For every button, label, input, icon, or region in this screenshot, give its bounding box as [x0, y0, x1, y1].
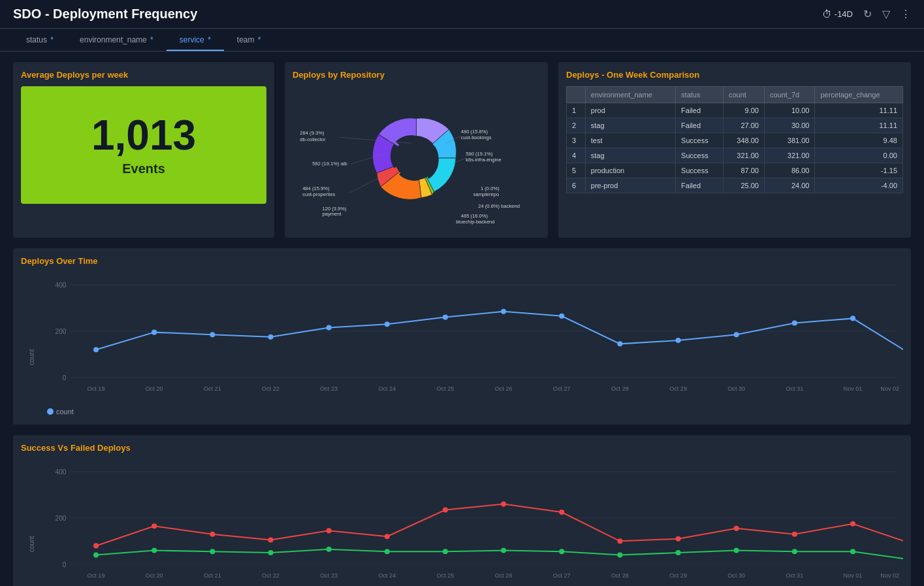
- svg-text:Oct 31: Oct 31: [786, 385, 803, 392]
- dot-point: [268, 334, 273, 340]
- svg-text:Oct 30: Oct 30: [727, 572, 745, 579]
- filter-tab-environment[interactable]: environment_name *: [67, 29, 167, 51]
- svg-text:Nov 02: Nov 02: [880, 385, 899, 392]
- row-count: 321.00: [723, 148, 764, 163]
- time-range-badge[interactable]: ⏱ -14D: [822, 8, 853, 20]
- svg-text:db-collector: db-collector: [300, 137, 326, 142]
- filter-icon[interactable]: ▽: [882, 8, 890, 20]
- row-env: pre-prod: [585, 178, 675, 193]
- success-dot: [93, 553, 99, 558]
- row-status: Failed: [676, 178, 724, 193]
- col-count[interactable]: count: [723, 87, 764, 103]
- header-actions: ⏱ -14D ↻ ▽ ⋮: [822, 8, 911, 20]
- failed-dot: [676, 536, 681, 542]
- refresh-icon[interactable]: ↻: [863, 8, 872, 20]
- dot-point: [734, 332, 739, 337]
- filter-tab-service[interactable]: service *: [167, 29, 224, 51]
- table-row: 2 stag Failed 27.00 30.00 11.11: [567, 118, 903, 133]
- row-num: 3: [567, 133, 586, 148]
- clock-icon: ⏱: [822, 8, 832, 20]
- deploys-over-time-line-chart: 400 200 0 Oct 19 Oct 20 Oct 21 Oct 22 Oc…: [43, 272, 903, 403]
- svg-text:400: 400: [56, 468, 67, 476]
- row-env: stag: [585, 118, 675, 133]
- svg-text:Oct 20: Oct 20: [146, 385, 163, 392]
- row-count: 27.00: [723, 118, 764, 133]
- row-status: Failed: [676, 103, 724, 118]
- col-change[interactable]: percetage_change: [815, 87, 903, 103]
- deploys-by-repo-title: Deploys by Repository: [293, 70, 540, 80]
- row-num: 1: [567, 103, 586, 118]
- success-dot: [676, 550, 681, 555]
- failed-dot: [792, 532, 797, 537]
- success-dot: [327, 547, 332, 552]
- svg-text:Oct 26: Oct 26: [495, 385, 513, 392]
- svg-text:485 (16.0%): 485 (16.0%): [461, 213, 488, 219]
- row-count7d: 321.00: [764, 148, 814, 163]
- svg-text:Oct 29: Oct 29: [669, 572, 687, 579]
- failed-dot: [734, 526, 739, 531]
- col-count7d[interactable]: count_7d: [764, 87, 814, 103]
- row-count: 9.00: [723, 103, 764, 118]
- svg-text:Oct 19: Oct 19: [88, 385, 105, 392]
- svg-text:582 (19.1%) alb: 582 (19.1%) alb: [312, 161, 347, 167]
- dot-point: [327, 325, 332, 330]
- row-num: 2: [567, 118, 586, 133]
- svg-text:Oct 27: Oct 27: [553, 572, 571, 579]
- failed-dot: [151, 523, 157, 529]
- filter-label-team: team: [237, 35, 255, 44]
- failed-dot: [850, 521, 855, 527]
- more-icon[interactable]: ⋮: [900, 8, 911, 20]
- row-count7d: 86.00: [764, 163, 814, 178]
- col-status[interactable]: status: [676, 87, 724, 103]
- svg-text:Oct 22: Oct 22: [262, 385, 279, 392]
- donut-chart-svg: 284 (9.3%) db-collector 582 (19.1%) alb …: [293, 86, 540, 230]
- success-dot: [268, 550, 273, 555]
- main-content: Average Deploys per week 1,013 Events De…: [0, 52, 924, 586]
- svg-text:Oct 25: Oct 25: [437, 572, 454, 579]
- svg-text:284 (9.3%): 284 (9.3%): [300, 130, 325, 136]
- avg-deploys-widget: Average Deploys per week 1,013 Events: [13, 62, 274, 238]
- svg-text:cust-properties: cust-properties: [302, 191, 335, 197]
- failed-dot: [385, 534, 390, 539]
- deploys-over-time-legend: count: [21, 408, 903, 417]
- avg-deploys-label: Events: [122, 161, 165, 176]
- svg-text:Oct 30: Oct 30: [727, 385, 745, 392]
- top-row: Average Deploys per week 1,013 Events De…: [13, 62, 911, 238]
- dot-point: [792, 320, 797, 325]
- svg-text:580 (19.1%): 580 (19.1%): [466, 151, 493, 157]
- success-vs-failed-title: Success Vs Failed Deploys: [21, 443, 903, 453]
- svg-text:Nov 01: Nov 01: [844, 572, 863, 579]
- svg-text:Oct 25: Oct 25: [437, 385, 454, 392]
- row-change: -1.15: [815, 163, 903, 178]
- row-env: production: [585, 163, 675, 178]
- row-count: 25.00: [723, 178, 764, 193]
- row-change: 11.11: [815, 118, 903, 133]
- dot-point: [501, 309, 506, 314]
- dot-point: [385, 321, 390, 327]
- row-status: Failed: [676, 118, 724, 133]
- table-row: 1 prod Failed 9.00 10.00 11.11: [567, 103, 903, 118]
- row-change: 11.11: [815, 103, 903, 118]
- deploys-over-time-chart-wrapper: count 400 200 0 Oct 19 Oct 20: [21, 272, 903, 405]
- success-dot: [792, 549, 797, 554]
- filter-tab-team[interactable]: team *: [224, 29, 274, 51]
- table-row: 4 stag Success 321.00 321.00 0.00: [567, 148, 903, 163]
- col-env[interactable]: environment_name: [585, 87, 675, 103]
- avg-deploys-title: Average Deploys per week: [21, 70, 266, 80]
- deploys-over-time-widget: Deploys Over Time count 400 200 0: [13, 248, 911, 425]
- row-num: 6: [567, 178, 586, 193]
- time-range-value: -14D: [835, 9, 853, 19]
- y-axis-label-area: count: [21, 272, 40, 405]
- row-change: 0.00: [815, 148, 903, 163]
- row-status: Success: [676, 148, 724, 163]
- filter-label-environment: environment_name: [80, 35, 147, 44]
- svg-text:Oct 24: Oct 24: [378, 572, 396, 579]
- svg-point-0: [394, 137, 438, 180]
- svf-y-axis-svg: count: [21, 467, 40, 585]
- svg-text:Oct 28: Oct 28: [611, 572, 629, 579]
- svg-text:samplerepo: samplerepo: [473, 191, 500, 197]
- filter-tab-status[interactable]: status *: [13, 29, 67, 51]
- avg-deploys-box: 1,013 Events: [21, 86, 266, 204]
- success-dot: [734, 547, 739, 553]
- col-num: [567, 87, 586, 103]
